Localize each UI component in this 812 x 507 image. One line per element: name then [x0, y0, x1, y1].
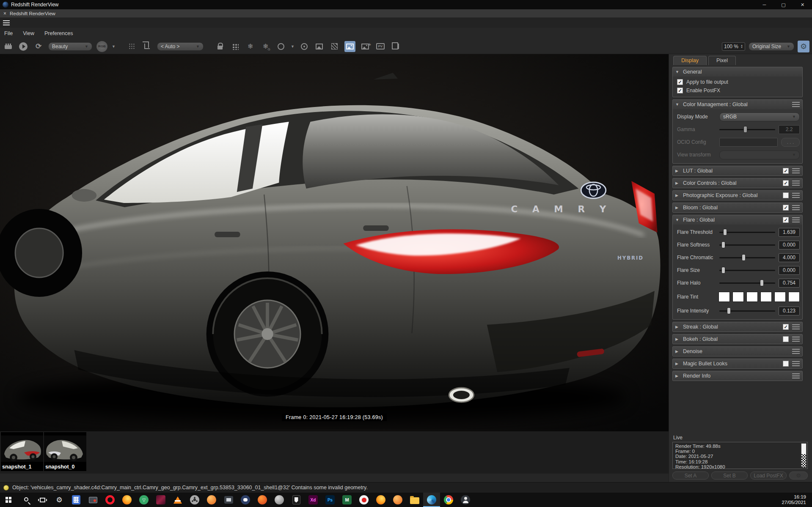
load-postfx-button[interactable]: Load PostFX [750, 471, 787, 480]
taskbar-orange-ball-2-button[interactable] [389, 493, 406, 507]
region-dropdown-icon[interactable]: ▼ [291, 44, 295, 49]
section-menu-icon[interactable] [792, 168, 800, 173]
set-a-button[interactable]: Set A [672, 471, 709, 480]
bloom-enable-checkbox[interactable]: ✓ [783, 205, 789, 211]
flare-tint-swatch[interactable] [788, 292, 800, 302]
section-bokeh-header[interactable]: ▶ Bokeh : Global [673, 334, 802, 344]
bucket-mode-dropdown[interactable]: < Auto >▼ [157, 42, 204, 51]
taskbar-vlc-button[interactable] [169, 493, 186, 507]
taskbar-orange-app-button[interactable] [203, 493, 220, 507]
taskbar-green-media-app-button[interactable]: ▽ [135, 493, 152, 507]
taskbar-file-explorer-button[interactable] [406, 493, 423, 507]
taskbar-chrome-button[interactable] [440, 493, 457, 507]
flare-tint-swatch[interactable] [746, 292, 758, 302]
hamburger-menu-icon[interactable] [3, 20, 10, 25]
start-render-button[interactable] [18, 41, 29, 52]
fit-image-button[interactable] [314, 41, 325, 52]
menu-view[interactable]: View [23, 30, 34, 36]
taskbar-start-button[interactable] [0, 493, 17, 507]
flare-size-value[interactable]: 0.000 [779, 266, 800, 275]
section-color-controls-header[interactable]: ▶ Color Controls : Global ✓ [673, 178, 802, 188]
taskbar-calculator-button[interactable] [68, 493, 85, 507]
set-b-button[interactable]: Set B [711, 471, 748, 480]
flare-tint-swatch[interactable] [774, 292, 786, 302]
section-magic-bullet-looks-header[interactable]: ▶ Magic Bullet Looks [673, 359, 802, 368]
picture-viewer-button[interactable]: PV [375, 41, 386, 52]
section-menu-icon[interactable] [792, 349, 800, 354]
taskbar-firefox-button[interactable] [118, 493, 135, 507]
region-circle-button[interactable] [275, 41, 286, 52]
section-bloom-header[interactable]: ▶ Bloom : Global ✓ [673, 203, 802, 212]
apply-to-file-output-checkbox[interactable]: ✓ [677, 79, 683, 85]
flare-tint-swatch[interactable] [718, 292, 730, 302]
close-button[interactable]: ✕ [793, 0, 812, 9]
flare-chromatic-value[interactable]: 4.000 [779, 253, 800, 262]
gamma-slider[interactable] [719, 126, 775, 133]
view-transform-dropdown[interactable]: ▼ [719, 151, 800, 159]
ocio-browse-button[interactable]: . . . [781, 138, 800, 147]
copy-to-clipboard-button[interactable] [390, 41, 401, 52]
taskbar-photoshop-button[interactable]: Ps [322, 493, 339, 507]
flare-softness-slider[interactable] [719, 241, 775, 249]
section-render-info-header[interactable]: ▶ Render Info [673, 371, 802, 381]
snapshot-button[interactable] [3, 41, 14, 52]
taskbar-green-m-app-button[interactable]: M [339, 493, 355, 507]
flare-threshold-value[interactable]: 1.639 [779, 228, 800, 237]
flare-chromatic-slider[interactable] [719, 254, 775, 261]
info-scrollbar[interactable] [801, 443, 806, 468]
section-menu-icon[interactable] [792, 373, 800, 378]
taskbar-grey-app-button[interactable] [271, 493, 288, 507]
freeze-geometry-button[interactable] [260, 41, 271, 52]
section-color-management-header[interactable]: ▼ Color Management : Global [673, 100, 802, 109]
taskbar-epic-games-button[interactable] [288, 493, 305, 507]
zoom-level-field[interactable]: 100 % ▲▼ [722, 42, 745, 51]
minimize-button[interactable]: ─ [755, 0, 774, 9]
menu-file[interactable]: File [4, 30, 13, 36]
flare-size-slider[interactable] [719, 266, 775, 274]
maximize-button[interactable]: ▢ [774, 0, 793, 9]
flare-intensity-slider[interactable] [719, 307, 775, 315]
add-image-button[interactable]: + [360, 41, 371, 52]
lock-button[interactable] [215, 41, 226, 52]
section-lut-header[interactable]: ▶ LUT : Global ✓ [673, 166, 802, 175]
menu-preferences[interactable]: Preferences [44, 30, 73, 36]
transparency-button[interactable] [329, 41, 340, 52]
section-menu-icon[interactable] [792, 324, 800, 329]
taskbar-adobe-xd-button[interactable]: Xd [305, 493, 322, 507]
section-flare-header[interactable]: ▼ Flare : Global ✓ [673, 215, 802, 225]
display-mode-dropdown[interactable]: sRGB ▼ [719, 112, 800, 121]
postfx-gear-button[interactable]: ⚙ [789, 471, 808, 480]
section-menu-icon[interactable] [792, 337, 800, 342]
taskbar-redshift-renderview-button[interactable] [423, 493, 440, 507]
lut-enable-checkbox[interactable]: ✓ [783, 168, 789, 174]
freeze-button[interactable] [245, 41, 256, 52]
taskbar-clock[interactable]: 16:19 27/05/2021 [782, 493, 812, 507]
taskbar-film-reel-app-button[interactable] [186, 493, 203, 507]
bokeh-enable-checkbox[interactable] [783, 336, 789, 342]
section-menu-icon[interactable] [792, 102, 800, 107]
streak-enable-checkbox[interactable]: ✓ [783, 324, 789, 330]
taskbar-contacts-app-button[interactable] [457, 493, 474, 507]
taskbar-red-record-app-button[interactable] [355, 493, 372, 507]
taskbar-firefox-2-button[interactable] [372, 493, 389, 507]
magic-bullet-looks-enable-checkbox[interactable] [783, 361, 789, 367]
taskbar-opera-button[interactable] [102, 493, 118, 507]
snapshot-tile[interactable]: snapshot_1 [1, 432, 43, 471]
section-menu-icon[interactable] [792, 181, 800, 186]
render-viewport[interactable]: C A M R Y HYBRID [0, 54, 669, 431]
fit-mode-dropdown[interactable]: Original Size▼ [749, 42, 794, 51]
restart-render-button[interactable] [33, 41, 44, 52]
settings-gear-button[interactable]: ⚙ [798, 41, 809, 52]
flare-halo-slider[interactable] [719, 279, 775, 287]
taskbar-window-capture-app-button[interactable] [220, 493, 237, 507]
render-pass-dropdown[interactable]: Beauty▼ [48, 42, 92, 51]
taskbar-task-view-button[interactable] [34, 493, 51, 507]
snapshot-tile[interactable]: snapshot_0 [44, 432, 86, 471]
channel-dropdown-icon[interactable]: ▼ [112, 44, 116, 49]
section-streak-header[interactable]: ▶ Streak : Global ✓ [673, 322, 802, 332]
channel-rgb-button[interactable]: RGB [96, 41, 107, 52]
taskbar-chat-app-button[interactable] [237, 493, 254, 507]
dither-button[interactable] [127, 41, 138, 52]
section-menu-icon[interactable] [792, 193, 800, 198]
flare-halo-value[interactable]: 0.754 [779, 279, 800, 288]
